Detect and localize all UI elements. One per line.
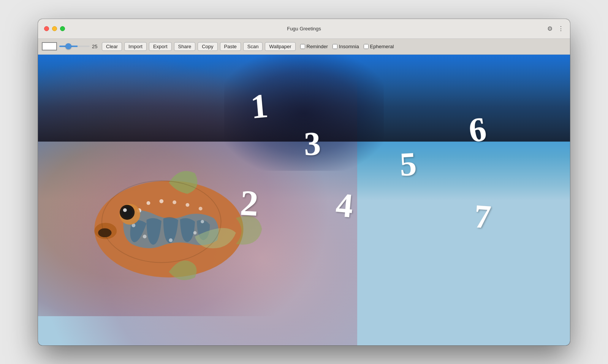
reminder-checkbox-label[interactable]: Reminder [300, 44, 328, 49]
ephemeral-label: Ephemeral [370, 44, 394, 49]
toolbar: 25 Clear Import Export Share Copy Paste … [38, 39, 570, 55]
drawn-numbers-overlay: 1 2 3 4 5 6 7 [38, 55, 570, 345]
insomnia-checkbox-label[interactable]: Insomnia [332, 44, 359, 49]
minimize-button[interactable] [52, 26, 57, 31]
drawn-number-7: 7 [473, 199, 492, 234]
window-controls-right: ⚙ ⋮ [547, 25, 564, 32]
canvas-area[interactable]: 1 2 3 4 5 6 7 [38, 55, 570, 345]
checkbox-group: Reminder Insomnia Ephemeral [300, 44, 394, 49]
slider-container: 25 [59, 44, 100, 49]
maximize-button[interactable] [60, 26, 65, 31]
app-window: Fugu Greetings ⚙ ⋮ 25 Clear Import Expor… [38, 19, 570, 345]
ephemeral-checkbox-label[interactable]: Ephemeral [364, 44, 394, 49]
extensions-icon[interactable]: ⚙ [547, 25, 553, 32]
drawn-number-4: 4 [334, 188, 355, 223]
close-button[interactable] [44, 26, 49, 31]
drawn-number-5: 5 [399, 147, 418, 181]
slider-value: 25 [92, 44, 100, 49]
traffic-lights [44, 26, 65, 31]
window-title: Fugu Greetings [287, 26, 321, 32]
scan-button[interactable]: Scan [243, 42, 263, 51]
brush-size-slider[interactable] [59, 46, 90, 47]
menu-icon[interactable]: ⋮ [558, 25, 564, 32]
copy-button[interactable]: Copy [198, 42, 217, 51]
wallpaper-button[interactable]: Wallpaper [265, 42, 295, 51]
insomnia-checkbox[interactable] [332, 44, 337, 49]
clear-button[interactable]: Clear [102, 42, 122, 51]
ephemeral-checkbox[interactable] [364, 44, 369, 49]
drawn-number-2: 2 [239, 185, 259, 222]
insomnia-label: Insomnia [339, 44, 359, 49]
reminder-label: Reminder [307, 44, 328, 49]
drawn-number-3: 3 [303, 127, 321, 161]
drawn-number-6: 6 [467, 112, 488, 148]
paste-button[interactable]: Paste [220, 42, 241, 51]
export-button[interactable]: Export [149, 42, 172, 51]
import-button[interactable]: Import [124, 42, 147, 51]
color-swatch[interactable] [42, 42, 57, 50]
drawn-number-1: 1 [249, 89, 269, 124]
title-bar: Fugu Greetings ⚙ ⋮ [38, 19, 570, 39]
reminder-checkbox[interactable] [300, 44, 305, 49]
fish-scene: 1 2 3 4 5 6 7 [38, 55, 570, 345]
share-button[interactable]: Share [174, 42, 196, 51]
